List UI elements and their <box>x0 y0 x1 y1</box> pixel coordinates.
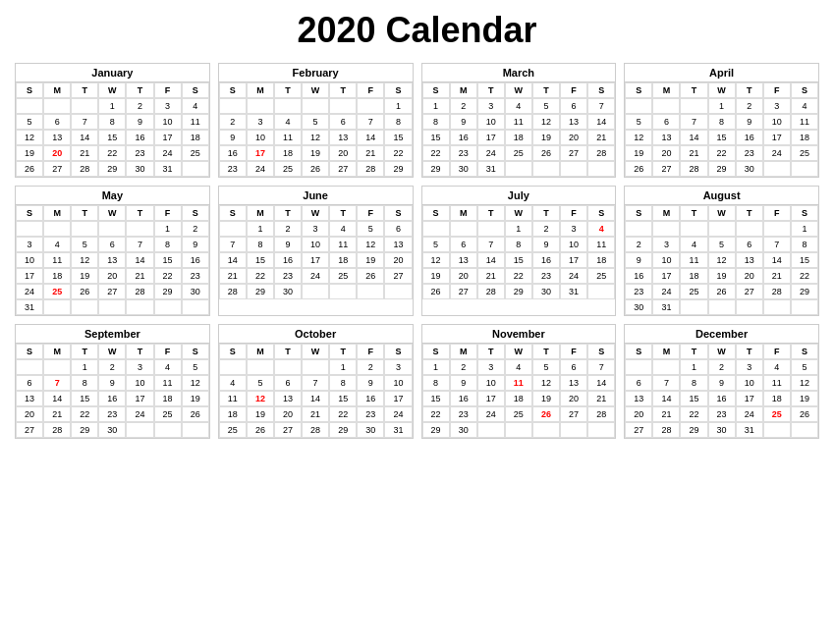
day-cell: 22 <box>154 268 182 284</box>
day-cell: 7 <box>357 114 384 130</box>
empty-cell <box>652 98 680 114</box>
day-cell: 29 <box>791 284 818 299</box>
day-cell: 17 <box>384 391 412 406</box>
day-header: M <box>652 344 680 359</box>
day-cell: 7 <box>126 237 153 252</box>
empty-cell <box>98 299 126 315</box>
day-cell: 24 <box>384 406 412 422</box>
day-cell: 28 <box>680 161 707 177</box>
month-block-september: SeptemberSMTWTFS123456789101112131415161… <box>15 324 210 439</box>
day-cell: 22 <box>708 145 736 161</box>
day-cell: 16 <box>450 391 477 406</box>
day-grid: SMTWTFS123456789101112131415161718192021… <box>219 205 413 299</box>
day-cell: 11 <box>587 237 615 252</box>
day-cell: 24 <box>247 161 274 177</box>
day-cell: 24 <box>736 406 763 422</box>
day-header: W <box>708 205 736 221</box>
day-cell: 23 <box>532 268 560 284</box>
day-cell: 15 <box>329 391 357 406</box>
day-cell: 22 <box>247 268 274 284</box>
day-cell: 16 <box>126 130 153 145</box>
day-cell: 30 <box>450 422 477 438</box>
day-cell: 26 <box>708 284 736 299</box>
day-cell: 4 <box>43 237 71 252</box>
day-cell: 16 <box>708 391 736 406</box>
day-cell: 17 <box>763 130 791 145</box>
day-cell: 25 <box>680 284 707 299</box>
day-cell: 12 <box>532 375 560 391</box>
day-cell: 17 <box>154 130 182 145</box>
day-cell: 11 <box>505 375 532 391</box>
day-cell: 17 <box>736 391 763 406</box>
day-cell: 19 <box>302 145 329 161</box>
day-cell: 20 <box>329 145 357 161</box>
day-cell: 27 <box>736 284 763 299</box>
day-cell: 22 <box>71 406 98 422</box>
day-cell: 14 <box>680 130 707 145</box>
day-cell: 26 <box>791 406 818 422</box>
day-cell: 23 <box>126 145 153 161</box>
day-cell: 27 <box>625 422 652 438</box>
empty-cell <box>357 98 384 114</box>
day-cell: 20 <box>450 268 477 284</box>
day-cell: 7 <box>219 237 247 252</box>
day-cell: 26 <box>625 161 652 177</box>
day-cell: 30 <box>357 422 384 438</box>
day-cell: 3 <box>384 359 412 375</box>
day-cell: 1 <box>71 359 98 375</box>
day-cell: 9 <box>274 237 302 252</box>
day-header: T <box>477 82 505 98</box>
day-cell: 13 <box>560 114 587 130</box>
day-cell: 10 <box>384 375 412 391</box>
day-header: T <box>71 82 98 98</box>
day-cell: 12 <box>302 130 329 145</box>
day-cell: 15 <box>680 391 707 406</box>
day-cell: 27 <box>43 161 71 177</box>
day-cell: 19 <box>182 391 209 406</box>
empty-cell <box>43 299 71 315</box>
day-cell: 31 <box>384 422 412 438</box>
day-cell: 8 <box>708 114 736 130</box>
day-cell: 28 <box>219 284 247 299</box>
day-header: S <box>587 205 615 221</box>
day-header: T <box>477 344 505 359</box>
empty-cell <box>791 422 818 438</box>
day-cell: 4 <box>329 221 357 237</box>
month-block-december: DecemberSMTWTFS1234567891011121314151617… <box>624 324 819 439</box>
empty-cell <box>708 221 736 237</box>
day-cell: 18 <box>791 130 818 145</box>
day-grid: SMTWTFS123456789101112131415161718192021… <box>625 205 818 315</box>
page-title: 2020 Calendar <box>15 10 819 51</box>
day-cell: 3 <box>477 359 505 375</box>
day-cell: 23 <box>98 406 126 422</box>
month-title: October <box>219 325 413 344</box>
day-grid: SMTWTFS123456789101112131415161718192021… <box>16 344 209 438</box>
day-cell: 10 <box>154 114 182 130</box>
day-cell: 11 <box>763 375 791 391</box>
day-cell: 19 <box>625 145 652 161</box>
day-cell: 10 <box>736 375 763 391</box>
day-header: M <box>247 205 274 221</box>
empty-cell <box>182 161 209 177</box>
day-cell: 8 <box>422 375 450 391</box>
day-cell: 18 <box>219 406 247 422</box>
day-cell: 5 <box>532 98 560 114</box>
day-cell: 8 <box>422 114 450 130</box>
day-cell: 24 <box>560 268 587 284</box>
month-block-april: AprilSMTWTFS1234567891011121314151617181… <box>624 63 819 178</box>
day-cell: 18 <box>182 130 209 145</box>
day-cell: 21 <box>302 406 329 422</box>
day-cell: 23 <box>219 161 247 177</box>
day-cell: 1 <box>422 359 450 375</box>
month-title: June <box>219 187 413 205</box>
day-header: F <box>763 82 791 98</box>
day-cell: 17 <box>126 391 153 406</box>
day-cell: 26 <box>16 161 43 177</box>
day-header: M <box>43 82 71 98</box>
day-cell: 27 <box>560 406 587 422</box>
day-header: T <box>71 205 98 221</box>
day-header: F <box>154 205 182 221</box>
day-header: T <box>329 344 357 359</box>
day-cell: 1 <box>422 98 450 114</box>
empty-cell <box>247 98 274 114</box>
